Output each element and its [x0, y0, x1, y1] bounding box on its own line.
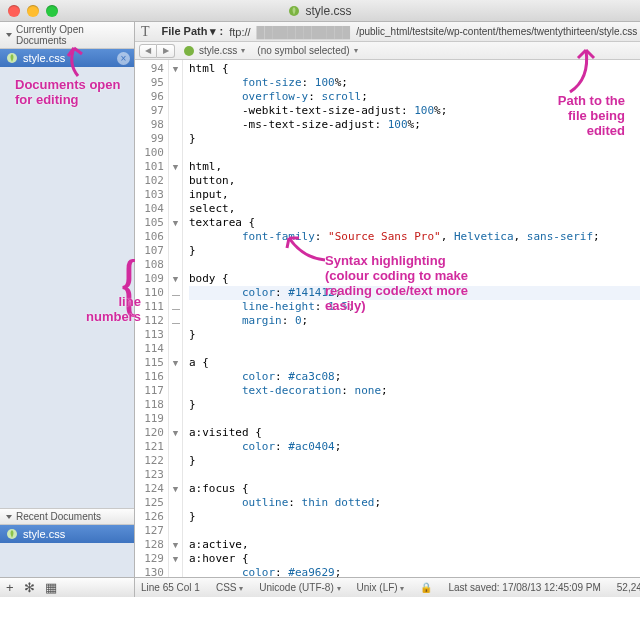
path-label[interactable]: File Path ▾ : — [162, 25, 224, 38]
text-mode-icon[interactable]: T — [141, 24, 150, 40]
code-editor[interactable]: 9495969798991001011021031041051061071081… — [135, 60, 640, 577]
minimize-icon[interactable] — [27, 5, 39, 17]
grid-icon[interactable]: ▦ — [45, 580, 57, 595]
file-path-bar: T File Path ▾ : ftp:// ████████████ /pub… — [135, 22, 640, 42]
status-bar: Line 65 Col 1 CSS ▾ Unicode (UTF-8) ▾ Un… — [135, 577, 640, 597]
document-icon — [288, 5, 300, 17]
fold-gutter[interactable]: ▼▼▼▼▼▼▼▼▼▼▼ — [169, 60, 183, 577]
window-titlebar: style.css — [0, 0, 640, 22]
last-saved: Last saved: 17/08/13 12:45:09 PM — [448, 582, 600, 593]
document-icon — [6, 52, 18, 64]
file-stats: 52,247 / 6,637 / 0 — [617, 582, 640, 593]
document-label: style.css — [23, 52, 65, 64]
traffic-lights — [8, 5, 58, 17]
close-icon[interactable] — [8, 5, 20, 17]
chevron-down-icon: ▾ — [354, 46, 358, 55]
back-button[interactable]: ◀ — [139, 44, 157, 58]
line-number-gutter: 9495969798991001011021031041051061071081… — [135, 60, 169, 577]
document-label: style.css — [23, 528, 65, 540]
path-prefix: ftp:// — [229, 26, 250, 38]
encoding-selector[interactable]: Unicode (UTF-8) ▾ — [259, 582, 340, 593]
disclosure-icon — [6, 33, 12, 37]
chevron-down-icon: ▾ — [241, 46, 245, 55]
sidebar-toolbar: + ✻ ▦ — [0, 577, 134, 597]
path-suffix: /public_html/testsite/wp-content/themes/… — [356, 26, 637, 37]
svg-point-3 — [184, 46, 194, 56]
document-icon — [183, 45, 195, 57]
close-document-icon[interactable]: × — [117, 52, 130, 65]
add-button[interactable]: + — [6, 580, 14, 595]
forward-button[interactable]: ▶ — [157, 44, 175, 58]
language-selector[interactable]: CSS ▾ — [216, 582, 243, 593]
path-hidden: ████████████ — [257, 26, 351, 38]
open-document-item[interactable]: style.css × — [0, 49, 134, 67]
crumb-bar: ◀ ▶ style.css ▾ (no symbol selected) ▾ — [135, 42, 640, 60]
sidebar: Currently Open Documents style.css × Rec… — [0, 22, 135, 597]
disclosure-icon — [6, 515, 12, 519]
document-icon — [6, 528, 18, 540]
recent-documents-header[interactable]: Recent Documents — [0, 508, 134, 525]
line-ending-selector[interactable]: Unix (LF) ▾ — [357, 582, 405, 593]
crumb-file[interactable]: style.css ▾ — [179, 45, 249, 57]
crumb-symbol[interactable]: (no symbol selected) ▾ — [253, 45, 361, 56]
code-body[interactable]: html { font-size: 100%; overflow-y: scro… — [183, 60, 640, 577]
lock-icon[interactable]: 🔒 — [420, 582, 432, 593]
window-title: style.css — [305, 4, 351, 18]
zoom-icon[interactable] — [46, 5, 58, 17]
recent-document-item[interactable]: style.css — [0, 525, 134, 543]
gear-icon[interactable]: ✻ — [24, 580, 35, 595]
open-documents-header[interactable]: Currently Open Documents — [0, 22, 134, 49]
cursor-position[interactable]: Line 65 Col 1 — [141, 582, 200, 593]
